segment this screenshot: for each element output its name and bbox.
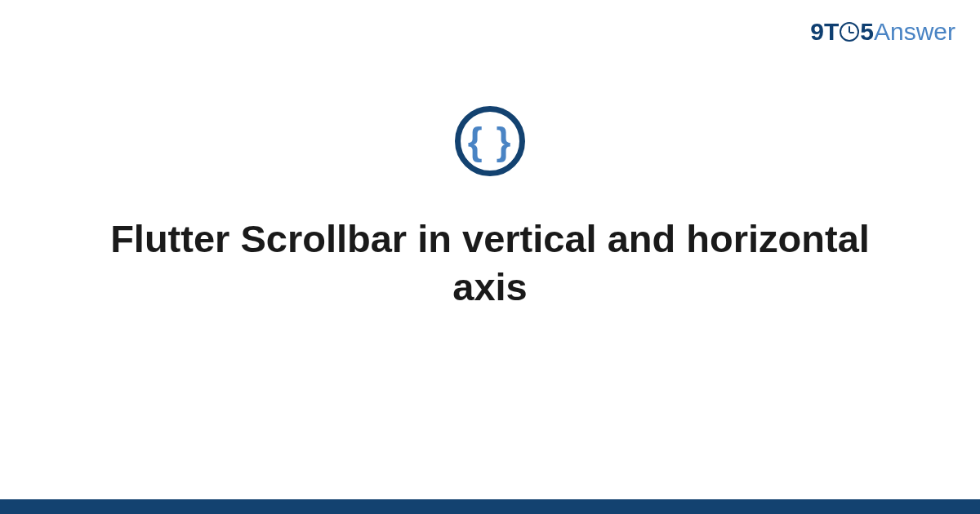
main-content: { } Flutter Scrollbar in vertical and ho… — [0, 106, 980, 312]
logo-text-5: 5 — [860, 18, 874, 46]
footer-bar — [0, 499, 980, 514]
site-logo: 9T 5 Answer — [810, 18, 956, 46]
logo-text-9t: 9T — [810, 18, 839, 46]
logo-text-answer: Answer — [874, 18, 956, 46]
page-title: Flutter Scrollbar in vertical and horizo… — [98, 215, 882, 312]
code-braces-icon: { } — [455, 106, 525, 176]
clock-icon — [840, 22, 859, 42]
braces-glyph: { } — [468, 122, 513, 160]
